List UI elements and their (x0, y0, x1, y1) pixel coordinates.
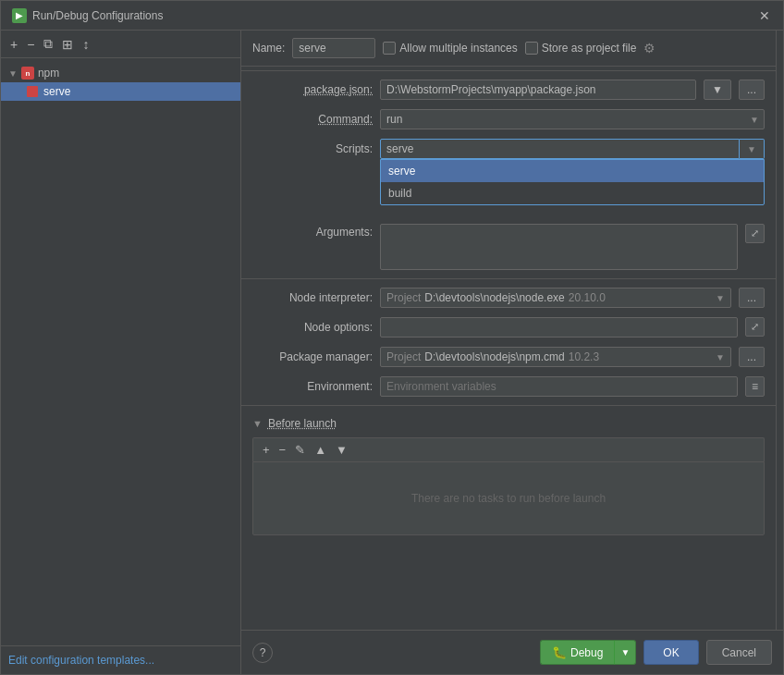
left-bottom: Edit configuration templates... (1, 645, 240, 674)
title-bar: ▶ Run/Debug Configurations ✕ (1, 1, 783, 31)
command-dropdown-wrapper: run test install ▼ (380, 109, 765, 129)
name-input[interactable] (292, 38, 375, 58)
bottom-bar: ? 🐛 Debug ▼ OK Cancel (241, 630, 783, 674)
scripts-option-build[interactable]: build (381, 182, 764, 204)
before-launch-up-btn[interactable]: ▲ (311, 442, 330, 458)
right-panel: Name: Allow multiple instances Store as … (241, 31, 783, 674)
dialog-title: Run/Debug Configurations (32, 9, 163, 22)
expand-arguments-btn[interactable]: ⤢ (745, 224, 765, 243)
debug-main-button[interactable]: 🐛 Debug (540, 640, 614, 665)
scripts-dropdown-list: serve build (380, 159, 765, 205)
scripts-row: Scripts: ▼ serve build (241, 134, 776, 164)
serve-item-label: serve (43, 85, 70, 98)
debug-icon: 🐛 (552, 645, 567, 659)
package-json-dropdown-wrapper: ▼ (704, 80, 731, 100)
store-as-project-label[interactable]: Store as project file (525, 42, 637, 55)
command-dropdown[interactable]: run test install (380, 109, 765, 129)
before-launch-down-btn[interactable]: ▼ (332, 442, 351, 458)
settings-gear-icon[interactable]: ⚙ (643, 41, 655, 55)
package-json-label: package.json: (252, 83, 373, 96)
cancel-button[interactable]: Cancel (706, 640, 772, 665)
expand-node-options-btn[interactable]: ⤢ (745, 317, 765, 337)
serve-tree-item[interactable]: serve (1, 82, 240, 101)
right-scroll-area: Name: Allow multiple instances Store as … (241, 31, 783, 630)
left-toolbar: + − ⧉ ⊞ ↕ (1, 31, 240, 58)
before-launch-section: ▼ Before launch + − ✎ ▲ ▼ (241, 410, 776, 543)
node-project-label: Project (386, 291, 421, 304)
node-options-input[interactable] (380, 317, 738, 338)
dialog-icon: ▶ (12, 8, 27, 23)
close-button[interactable]: ✕ (757, 8, 772, 23)
right-scrollbar[interactable] (776, 31, 783, 630)
add-config-button[interactable]: + (6, 35, 21, 54)
remove-config-button[interactable]: − (23, 35, 38, 54)
node-interpreter-label: Node interpreter: (252, 291, 373, 304)
node-interpreter-row: Node interpreter: Project D:\devtools\no… (241, 283, 776, 313)
content-area: + − ⧉ ⊞ ↕ ▼ n npm serve (1, 31, 783, 674)
edit-templates-link[interactable]: Edit configuration templates... (8, 654, 154, 667)
node-interpreter-dropdown[interactable]: Project D:\devtools\nodejs\node.exe 20.1… (380, 288, 731, 308)
config-tree: ▼ n npm serve (1, 58, 240, 645)
package-manager-row: Package manager: Project D:\devtools\nod… (241, 342, 776, 372)
npm-group-label: npm (38, 67, 59, 80)
node-options-label: Node options: (252, 321, 373, 334)
before-launch-remove-btn[interactable]: − (276, 442, 290, 458)
arguments-row: Arguments: ⤢ (241, 219, 776, 275)
bottom-right-buttons: 🐛 Debug ▼ OK Cancel (540, 640, 772, 665)
arguments-label: Arguments: (252, 226, 373, 239)
right-content: Name: Allow multiple instances Store as … (241, 31, 776, 630)
copy-config-button[interactable]: ⧉ (40, 34, 56, 54)
before-launch-header[interactable]: ▼ Before launch (252, 417, 765, 430)
debug-button-group: 🐛 Debug ▼ (540, 640, 636, 665)
package-manager-version: 10.2.3 (569, 350, 599, 363)
scripts-label: Scripts: (252, 142, 373, 155)
header-separator (241, 70, 776, 71)
package-json-row: package.json: ▼ ... (241, 75, 776, 104)
scripts-dropdown-btn[interactable]: ▼ (740, 139, 765, 159)
environment-input[interactable] (380, 376, 738, 397)
node-interpreter-chevron-icon: ▼ (716, 293, 725, 303)
node-interpreter-browse-btn[interactable]: ... (739, 288, 765, 308)
sort-config-button[interactable]: ↕ (79, 35, 92, 54)
config-header: Name: Allow multiple instances Store as … (241, 31, 776, 67)
node-options-row: Node options: ⤢ (241, 313, 776, 342)
package-manager-dropdown[interactable]: Project D:\devtools\nodejs\npm.cmd 10.2.… (380, 347, 731, 367)
help-button[interactable]: ? (252, 643, 273, 663)
arguments-separator (241, 278, 776, 279)
package-manager-label: Package manager: (252, 350, 373, 363)
arguments-input[interactable] (380, 224, 738, 270)
scripts-input-wrapper: ▼ (380, 139, 765, 159)
ok-button[interactable]: OK (643, 640, 698, 665)
package-manager-project-label: Project (386, 350, 421, 363)
environment-list-btn[interactable]: ≡ (745, 376, 765, 397)
npm-icon: n (21, 67, 34, 80)
title-bar-left: ▶ Run/Debug Configurations (12, 8, 163, 23)
package-json-browse-btn[interactable]: ▼ (704, 80, 731, 100)
command-row: Command: run test install ▼ (241, 104, 776, 134)
no-tasks-text: There are no tasks to run before launch (411, 492, 606, 505)
debug-arrow-button[interactable]: ▼ (614, 640, 636, 665)
scripts-input[interactable] (380, 139, 740, 159)
before-launch-title: Before launch (268, 417, 337, 430)
before-launch-collapse-icon: ▼ (252, 418, 263, 429)
node-path: D:\devtools\nodejs\node.exe (424, 291, 564, 304)
scripts-container: ▼ serve build (380, 139, 765, 159)
store-as-project-checkbox[interactable] (525, 42, 538, 55)
move-config-button[interactable]: ⊞ (58, 35, 77, 54)
package-manager-browse-btn[interactable]: ... (739, 347, 765, 367)
serve-config-icon (27, 86, 38, 97)
allow-multiple-checkbox[interactable] (383, 42, 396, 55)
before-launch-toolbar: + − ✎ ▲ ▼ (252, 437, 765, 461)
name-label: Name: (252, 42, 285, 55)
package-manager-chevron-icon: ▼ (716, 352, 725, 362)
allow-multiple-label[interactable]: Allow multiple instances (383, 42, 517, 55)
command-label: Command: (252, 113, 373, 126)
npm-group-header[interactable]: ▼ n npm (1, 64, 240, 82)
environment-label: Environment: (252, 380, 373, 393)
package-json-browse-button[interactable]: ... (739, 80, 765, 100)
package-manager-path: D:\devtools\nodejs\npm.cmd (424, 350, 564, 363)
before-launch-edit-btn[interactable]: ✎ (291, 442, 309, 458)
before-launch-add-btn[interactable]: + (259, 442, 274, 458)
scripts-option-serve[interactable]: serve (381, 160, 764, 182)
package-json-input[interactable] (380, 80, 696, 100)
